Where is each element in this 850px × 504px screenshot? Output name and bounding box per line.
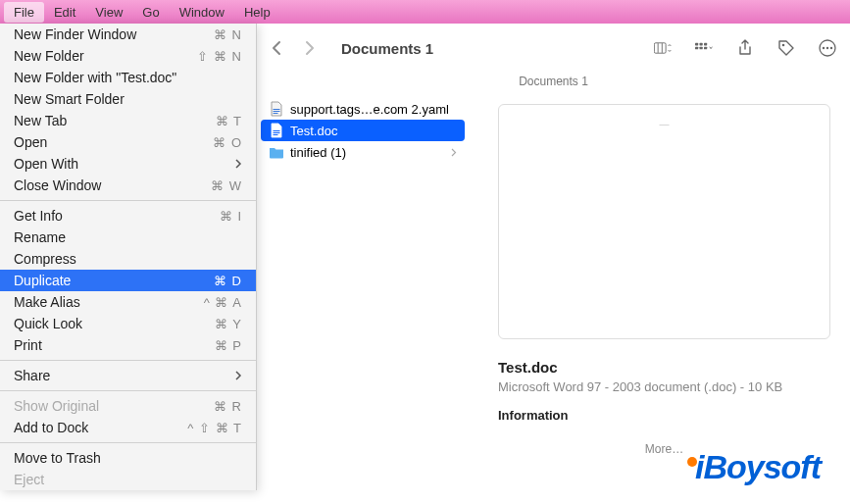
menu-shortcut: ⌘ I bbox=[220, 209, 242, 224]
menu-item-label: Get Info bbox=[14, 208, 63, 224]
menu-item-label: Add to Dock bbox=[14, 420, 88, 435]
menu-separator bbox=[0, 360, 256, 361]
svg-rect-16 bbox=[274, 113, 278, 114]
menu-item-label: Print bbox=[14, 337, 42, 353]
share-icon[interactable] bbox=[736, 39, 754, 57]
menubar-window[interactable]: Window bbox=[170, 2, 234, 23]
chevron-right-icon bbox=[451, 148, 457, 157]
menubar-view[interactable]: View bbox=[85, 2, 132, 23]
file-menu-dropdown: New Finder Window⌘ NNew Folder⇧ ⌘ NNew F… bbox=[0, 24, 257, 490]
menu-item-label: Move to Trash bbox=[14, 450, 101, 466]
menu-shortcut: ⌘ Y bbox=[215, 317, 242, 331]
breadcrumb: Documents 1 bbox=[257, 73, 850, 94]
menu-shortcut: ⌘ N bbox=[214, 27, 242, 42]
menu-item-make-alias[interactable]: Make Alias^ ⌘ A bbox=[0, 291, 256, 313]
svg-point-13 bbox=[830, 47, 832, 49]
menu-item-new-tab[interactable]: New Tab⌘ T bbox=[0, 110, 256, 131]
menu-item-move-to-trash[interactable]: Move to Trash bbox=[0, 447, 256, 469]
menu-item-add-to-dock[interactable]: Add to Dock^ ⇧ ⌘ T bbox=[0, 417, 256, 438]
file-name: tinified (1) bbox=[290, 145, 346, 160]
svg-rect-7 bbox=[700, 47, 703, 50]
document-icon bbox=[269, 101, 284, 117]
file-row[interactable]: tinified (1) bbox=[261, 141, 465, 163]
preview-subtitle: Microsoft Word 97 - 2003 document (.doc)… bbox=[498, 379, 830, 394]
menubar-go[interactable]: Go bbox=[132, 2, 169, 23]
menu-item-compress[interactable]: Compress bbox=[0, 248, 256, 270]
svg-point-11 bbox=[823, 47, 825, 49]
menu-item-label: Make Alias bbox=[14, 294, 80, 310]
menubar-edit[interactable]: Edit bbox=[44, 2, 85, 23]
menu-item-share[interactable]: Share bbox=[0, 365, 256, 386]
file-row[interactable]: support.tags…e.com 2.yaml bbox=[261, 98, 465, 120]
group-icon[interactable] bbox=[695, 39, 713, 57]
folder-icon bbox=[269, 144, 284, 160]
chevron-right-icon bbox=[235, 371, 242, 380]
watermark-logo: iBoysoft bbox=[687, 448, 821, 486]
menubar: File Edit View Go Window Help bbox=[0, 0, 850, 24]
svg-point-9 bbox=[782, 44, 785, 47]
menu-item-new-folder-with-test-doc-[interactable]: New Folder with "Test.doc" bbox=[0, 67, 256, 88]
tags-icon[interactable] bbox=[777, 39, 795, 57]
svg-rect-14 bbox=[274, 109, 280, 110]
menu-item-label: Share bbox=[14, 368, 50, 383]
menu-item-quick-look[interactable]: Quick Look⌘ Y bbox=[0, 313, 256, 334]
menu-shortcut: ⌘ W bbox=[211, 178, 242, 193]
menu-item-rename[interactable]: Rename bbox=[0, 227, 256, 248]
more-icon[interactable] bbox=[819, 39, 836, 57]
menu-item-open[interactable]: Open⌘ O bbox=[0, 131, 256, 153]
menu-shortcut: ⌘ P bbox=[215, 338, 242, 353]
svg-rect-18 bbox=[274, 132, 280, 133]
menu-separator bbox=[0, 390, 256, 391]
file-list: support.tags…e.com 2.yamlTest.doctinifie… bbox=[257, 94, 469, 504]
menu-shortcut: ⇧ ⌘ N bbox=[197, 49, 242, 64]
window-title: Documents 1 bbox=[341, 40, 433, 57]
menu-item-label: Compress bbox=[14, 251, 76, 267]
svg-rect-0 bbox=[654, 43, 666, 53]
menu-shortcut: ⌘ R bbox=[214, 399, 242, 414]
toolbar: Documents 1 bbox=[257, 24, 850, 73]
menu-shortcut: ⌘ T bbox=[216, 114, 242, 128]
menu-item-get-info[interactable]: Get Info⌘ I bbox=[0, 205, 256, 227]
menu-item-duplicate[interactable]: Duplicate⌘ D bbox=[0, 270, 256, 291]
svg-rect-3 bbox=[695, 43, 698, 46]
chevron-right-icon bbox=[235, 159, 242, 169]
menu-item-label: Eject bbox=[14, 472, 44, 487]
preview-title: Test.doc bbox=[498, 359, 830, 376]
menu-shortcut: ^ ⌘ A bbox=[204, 295, 242, 310]
menu-item-label: New Tab bbox=[14, 113, 67, 128]
menu-item-label: New Folder bbox=[14, 48, 84, 64]
menu-item-label: Open With bbox=[14, 156, 78, 172]
menu-separator bbox=[0, 200, 256, 201]
preview-thumbnail bbox=[498, 104, 830, 339]
svg-rect-19 bbox=[274, 134, 278, 135]
back-button[interactable] bbox=[271, 39, 282, 57]
menu-item-new-finder-window[interactable]: New Finder Window⌘ N bbox=[0, 24, 256, 45]
menu-item-label: New Finder Window bbox=[14, 26, 136, 42]
file-name: Test.doc bbox=[290, 124, 337, 138]
view-columns-icon[interactable] bbox=[654, 39, 672, 57]
svg-rect-17 bbox=[274, 130, 280, 131]
menu-item-label: New Smart Folder bbox=[14, 91, 125, 107]
menubar-help[interactable]: Help bbox=[234, 2, 280, 23]
svg-rect-15 bbox=[274, 111, 280, 112]
menu-shortcut: ⌘ D bbox=[214, 274, 242, 288]
file-name: support.tags…e.com 2.yaml bbox=[290, 102, 449, 117]
menu-item-close-window[interactable]: Close Window⌘ W bbox=[0, 175, 256, 196]
document-icon bbox=[269, 123, 284, 138]
file-row[interactable]: Test.doc bbox=[261, 120, 465, 141]
menu-item-new-smart-folder[interactable]: New Smart Folder bbox=[0, 88, 256, 110]
menu-item-print[interactable]: Print⌘ P bbox=[0, 334, 256, 356]
svg-point-12 bbox=[826, 47, 828, 49]
menu-shortcut: ^ ⇧ ⌘ T bbox=[187, 421, 242, 435]
preview-pane: Test.doc Microsoft Word 97 - 2003 docume… bbox=[469, 94, 850, 504]
menu-item-label: Rename bbox=[14, 229, 66, 245]
menu-item-label: Close Window bbox=[14, 177, 101, 193]
menu-item-new-folder[interactable]: New Folder⇧ ⌘ N bbox=[0, 45, 256, 67]
forward-button[interactable] bbox=[304, 39, 316, 57]
menubar-file[interactable]: File bbox=[4, 2, 44, 23]
finder-window: Documents 1 Documents 1 support.tags…e.c… bbox=[257, 24, 850, 504]
menu-item-open-with[interactable]: Open With bbox=[0, 153, 256, 175]
menu-item-show-original: Show Original⌘ R bbox=[0, 395, 256, 417]
menu-item-label: Show Original bbox=[14, 398, 99, 414]
menu-item-eject: Eject bbox=[0, 469, 256, 490]
